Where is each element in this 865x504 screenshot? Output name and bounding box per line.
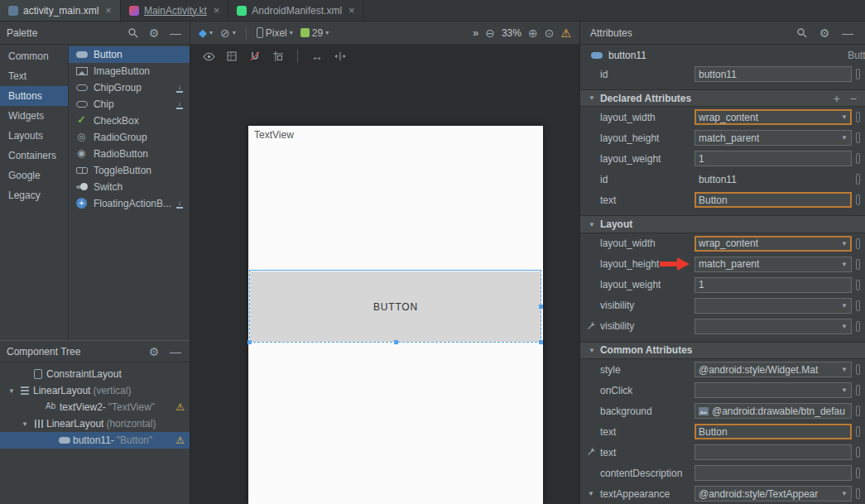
palette-item[interactable]: RadioGroup ↓ — [69, 129, 190, 146]
palette-item[interactable]: ChipGroup ↓ — [69, 79, 190, 96]
close-icon[interactable]: × — [348, 4, 355, 17]
palette-item[interactable]: CheckBox ↓ — [69, 113, 190, 129]
attribute-input[interactable]: @android:drawable/btn_defau ▼ — [694, 403, 852, 419]
resource-picker-icon[interactable] — [856, 300, 860, 311]
resource-picker-icon[interactable] — [856, 194, 860, 205]
resource-picker-icon[interactable] — [856, 426, 860, 437]
chevron-down-icon[interactable]: ▼ — [841, 490, 848, 497]
warning-icon[interactable]: ⚠ — [175, 401, 185, 413]
attribute-input[interactable]: Button ▼ — [694, 424, 852, 439]
resource-picker-icon[interactable] — [856, 406, 860, 416]
device-screen[interactable]: TextView BUTTON — [248, 126, 543, 504]
resource-picker-icon[interactable] — [856, 153, 860, 164]
palette-category[interactable]: Layouts — [0, 126, 68, 146]
attribute-input[interactable]: wrap_content ▼ — [694, 236, 852, 252]
palette-item[interactable]: Switch ↓ — [69, 179, 190, 195]
layout-bounds-icon[interactable] — [225, 50, 238, 63]
attribute-input[interactable]: ▼ — [694, 444, 852, 460]
palette-item[interactable]: Chip ↓ — [69, 96, 190, 113]
component-tree-node[interactable]: ▼ ConstraintLayout ⚠ — [0, 366, 190, 382]
attribute-input[interactable]: button11 ▼ — [694, 171, 852, 187]
chevron-down-icon[interactable]: ▼ — [841, 386, 848, 394]
autoconnect-magnet-icon[interactable] — [248, 50, 262, 63]
gear-icon[interactable]: ⚙ — [817, 26, 832, 41]
guidelines-icon[interactable] — [272, 50, 285, 63]
resource-picker-icon[interactable] — [856, 321, 860, 332]
palette-category[interactable]: Buttons — [0, 86, 68, 106]
expand-arrow-icon[interactable]: ▼ — [18, 420, 31, 428]
view-options-eye-icon[interactable] — [202, 50, 215, 63]
editor-tab[interactable]: MainActivity.kt × — [121, 0, 228, 21]
chevron-down-icon[interactable]: ▼ — [841, 113, 848, 121]
chevron-down-icon[interactable]: ▼ — [841, 261, 848, 268]
palette-category[interactable]: Text — [0, 66, 68, 86]
resource-picker-icon[interactable] — [856, 112, 860, 122]
horizontal-arrows-icon[interactable]: ↔ — [310, 50, 324, 63]
chevron-down-icon[interactable]: ▼ — [841, 134, 848, 142]
resource-picker-icon[interactable] — [856, 132, 860, 143]
add-attribute-icon[interactable]: + — [834, 92, 840, 105]
chevron-down-icon[interactable]: ▼ — [841, 240, 848, 247]
palette-item[interactable]: Button ↓ — [69, 46, 190, 63]
button-preview[interactable]: BUTTON — [250, 271, 541, 342]
blueprint-mode-select[interactable]: ⊘ ▾ — [220, 27, 236, 39]
attribute-input[interactable]: ▼ — [694, 465, 852, 481]
remove-attribute-icon[interactable]: − — [850, 92, 857, 105]
render-warnings-icon[interactable]: ⚠ — [560, 26, 571, 40]
device-select[interactable]: Pixel ▾ — [257, 27, 293, 39]
palette-item[interactable]: ImageButton ↓ — [69, 63, 190, 79]
palette-category[interactable]: Legacy — [0, 185, 68, 205]
close-icon[interactable]: × — [214, 4, 220, 17]
attribute-input[interactable]: @android:style/TextAppear ▼ — [694, 486, 852, 502]
resource-picker-icon[interactable] — [856, 280, 860, 290]
resource-picker-icon[interactable] — [856, 385, 860, 396]
resource-picker-icon[interactable] — [856, 259, 860, 270]
section-header-layout[interactable]: ▼ Layout — [580, 215, 865, 233]
hide-panel-icon[interactable]: — — [840, 26, 855, 41]
component-tree-node[interactable]: ▼ button11- "Button" ⚠ — [0, 432, 190, 449]
attribute-input[interactable]: ▼ — [694, 319, 852, 334]
attribute-input[interactable]: match_parent ▼ — [694, 130, 852, 146]
toolbar-overflow-button[interactable]: » — [473, 26, 478, 39]
zoom-to-fit-button[interactable]: ⊙ — [545, 27, 555, 39]
palette-item[interactable]: FloatingActionB... ↓ — [69, 195, 190, 212]
component-tree-node[interactable]: ▼ LinearLayout (vertical) ⚠ — [0, 382, 190, 399]
palette-category[interactable]: Common — [0, 46, 68, 66]
section-header-declared[interactable]: ▼ Declared Attributes + − — [580, 89, 865, 107]
zoom-out-button[interactable]: ⊖ — [485, 27, 495, 39]
palette-item[interactable]: ToggleButton ↓ — [69, 162, 190, 179]
chevron-down-icon[interactable]: ▼ — [841, 366, 848, 373]
chevron-down-icon[interactable]: ▼ — [841, 323, 848, 330]
resource-picker-icon[interactable] — [856, 488, 860, 499]
editor-tab[interactable]: activity_main.xml × — [0, 0, 121, 21]
attribute-input[interactable]: match_parent ▼ — [694, 257, 852, 272]
attribute-input[interactable]: ▼ — [694, 382, 852, 398]
expand-arrow-icon[interactable]: ▼ — [588, 490, 594, 497]
palette-category[interactable]: Widgets — [0, 106, 68, 126]
attribute-input[interactable]: wrap_content ▼ — [694, 109, 852, 125]
gear-icon[interactable]: ⚙ — [147, 344, 161, 359]
resource-picker-icon[interactable] — [856, 174, 860, 185]
palette-category[interactable]: Containers — [0, 146, 68, 166]
attribute-input[interactable]: 1 ▼ — [694, 277, 852, 293]
chevron-down-icon[interactable]: ▼ — [841, 302, 848, 310]
resource-picker-icon[interactable] — [856, 364, 860, 375]
resource-picker-icon[interactable] — [856, 447, 860, 458]
design-surface[interactable]: TextView BUTTON — [190, 68, 579, 504]
component-tree-node[interactable]: ▼ LinearLayout (horizontal) ⚠ — [0, 415, 190, 432]
resource-picker-icon[interactable] — [856, 468, 860, 478]
warning-icon[interactable]: ⚠ — [175, 434, 185, 446]
attribute-input[interactable]: ▼ — [694, 298, 852, 314]
gear-icon[interactable]: ⚙ — [147, 26, 161, 41]
section-header-common[interactable]: ▼ Common Attributes — [580, 342, 865, 359]
search-icon[interactable] — [125, 26, 140, 41]
attribute-input[interactable]: Button ▼ — [694, 192, 852, 208]
textview-preview[interactable]: TextView — [254, 129, 294, 141]
palette-item[interactable]: RadioButton ↓ — [69, 146, 190, 162]
hide-panel-icon[interactable]: — — [168, 26, 183, 41]
hide-panel-icon[interactable]: — — [168, 344, 183, 359]
design-mode-select[interactable]: ◆ ▾ — [199, 26, 213, 39]
distribute-icon[interactable] — [334, 50, 347, 63]
expand-arrow-icon[interactable]: ▼ — [5, 387, 18, 395]
id-input[interactable]: button11 — [694, 66, 852, 82]
